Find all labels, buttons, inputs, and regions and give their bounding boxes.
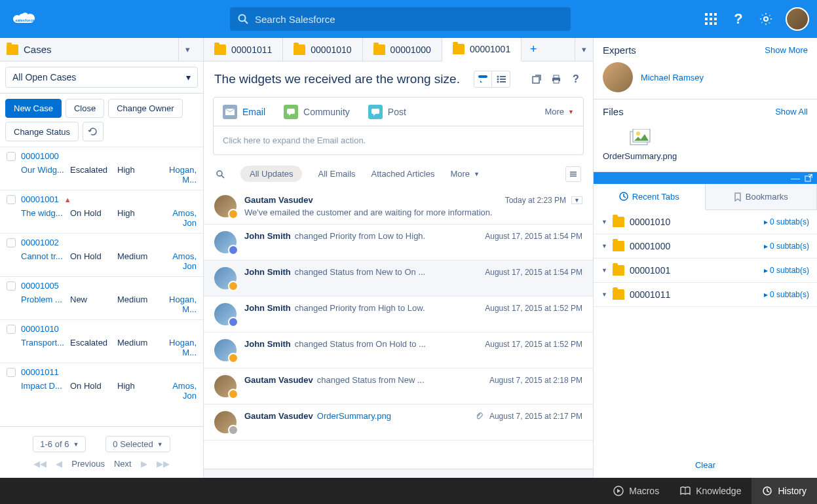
row-checkbox[interactable] (7, 325, 16, 334)
composer-tab-post[interactable]: Post (368, 98, 406, 126)
expert-item[interactable]: Michael Ramsey (603, 62, 808, 92)
salesforce-logo[interactable]: salesforce (8, 7, 42, 31)
clear-button[interactable]: Clear (594, 452, 817, 478)
feed-item[interactable]: John Smith changed Status from On Hold t… (204, 333, 593, 369)
case-row[interactable]: 00001005Problem ...NewMediumHogan, M... (0, 276, 203, 319)
add-tab-button[interactable]: + (522, 38, 545, 61)
case-subject-link[interactable]: Transport... (21, 338, 70, 357)
recent-tab-item[interactable]: ▼00001000▸ 0 subtab(s) (594, 234, 817, 259)
help-icon[interactable]: ? (569, 73, 582, 86)
chevron-down-icon[interactable]: ▼ (601, 267, 607, 274)
case-row[interactable]: 00001010Transport...EscalatedMediumHogan… (0, 319, 203, 363)
composer-tab-email[interactable]: Email (223, 98, 265, 126)
recent-tab-item[interactable]: ▼00001011▸ 0 subtab(s) (594, 283, 817, 307)
feed-settings-icon[interactable] (565, 166, 581, 182)
feed-menu-icon[interactable]: ▼ (571, 196, 582, 204)
change-status-button[interactable]: Change Status (5, 122, 79, 141)
macros-button[interactable]: Macros (603, 478, 670, 504)
feed-user-name[interactable]: John Smith (244, 303, 291, 313)
search-input[interactable] (255, 14, 563, 25)
row-checkbox[interactable] (7, 195, 16, 204)
help-icon[interactable]: ? (731, 11, 746, 27)
chevron-down-icon[interactable]: ▼ (601, 243, 607, 249)
row-checkbox[interactable] (7, 238, 16, 247)
recent-subtabs[interactable]: ▸ 0 subtab(s) (764, 217, 809, 226)
row-checkbox[interactable] (7, 368, 16, 377)
files-show-all[interactable]: Show All (775, 107, 808, 117)
user-avatar[interactable] (786, 7, 809, 31)
workspace-tab[interactable]: 00001010 (283, 38, 362, 61)
case-number[interactable]: 00001011 (21, 367, 59, 377)
list-view-picker[interactable]: All Open Cases ▾ (5, 67, 198, 88)
feed-user-name[interactable]: John Smith (244, 339, 291, 349)
pager-selected[interactable]: 0 Selected▼ (105, 436, 170, 452)
knowledge-button[interactable]: Knowledge (670, 478, 751, 504)
change-owner-button[interactable]: Change Owner (108, 99, 182, 118)
chevron-down-icon[interactable]: ▼ (601, 291, 607, 298)
pager-prev-icon[interactable]: ◀ (56, 459, 62, 469)
case-subject-link[interactable]: The widg... (21, 208, 70, 228)
feed-user-name[interactable]: Gautam Vasudev (244, 375, 313, 385)
filter-more[interactable]: More▼ (450, 169, 480, 179)
case-number[interactable]: 00001000 (21, 151, 59, 161)
case-number[interactable]: 00001010 (21, 324, 59, 334)
refresh-button[interactable] (83, 122, 104, 141)
case-contact-link[interactable]: Hogan, M... (163, 295, 197, 314)
feed-attachment-link[interactable]: OrderSummary.png (317, 411, 391, 421)
recent-subtabs[interactable]: ▸ 0 subtab(s) (764, 242, 809, 251)
filter-all-emails[interactable]: All Emails (318, 169, 355, 179)
global-search[interactable] (230, 7, 571, 31)
feed-item[interactable]: Gautam Vasudev Today at 2:23 PM▼We've em… (204, 189, 593, 225)
case-row[interactable]: 00001001▲The widg...On HoldHighAmos, Jon (0, 190, 203, 233)
feed-user-name[interactable]: Gautam Vasudev (244, 411, 313, 421)
pager-last-icon[interactable]: ▶▶ (157, 459, 170, 469)
detail-view-button[interactable] (492, 71, 510, 88)
tab-recent-tabs[interactable]: Recent Tabs (594, 184, 706, 210)
cases-menu-chevron[interactable]: ▾ (178, 38, 197, 61)
open-new-icon[interactable] (530, 73, 543, 86)
case-contact-link[interactable]: Hogan, M... (163, 165, 197, 185)
filter-attached-articles[interactable]: Attached Articles (371, 169, 435, 179)
feed-item[interactable]: Gautam Vasudev changed Status from New .… (204, 369, 593, 405)
feed-item[interactable]: John Smith changed Priority from High to… (204, 297, 593, 333)
setup-gear-icon[interactable] (758, 11, 774, 27)
feed-view-button[interactable] (474, 71, 492, 88)
chevron-down-icon[interactable]: ▼ (601, 219, 607, 225)
row-checkbox[interactable] (7, 281, 16, 291)
case-number[interactable]: 00001005 (21, 281, 59, 291)
horizontal-scrollbar[interactable] (204, 469, 593, 478)
workspace-tab[interactable]: 00001000 (363, 38, 442, 61)
composer-more[interactable]: More▼ (544, 107, 574, 117)
popout-icon[interactable] (804, 173, 813, 183)
case-subject-link[interactable]: Our Widg... (21, 165, 70, 185)
case-row[interactable]: 00001000Our Widg...EscalatedHighHogan, M… (0, 147, 203, 190)
case-contact-link[interactable]: Amos, Jon (163, 251, 197, 271)
case-row[interactable]: 00001011Impact D...On HoldHighAmos, Jon (0, 363, 203, 406)
recent-tab-item[interactable]: ▼00001001▸ 0 subtab(s) (594, 259, 817, 283)
case-contact-link[interactable]: Hogan, M... (163, 338, 197, 357)
pager-next-icon[interactable]: ▶ (141, 459, 147, 469)
feed-user-name[interactable]: Gautam Vasudev (244, 195, 313, 205)
expert-name[interactable]: Michael Ramsey (641, 73, 704, 82)
feed-item[interactable]: Gautam Vasudev OrderSummary.pngAugust 7,… (204, 405, 593, 441)
tabs-overflow[interactable]: ▾ (575, 38, 593, 61)
feed-item[interactable]: John Smith changed Priority from Low to … (204, 225, 593, 261)
case-row[interactable]: 00001002Cannot tr...On HoldMediumAmos, J… (0, 233, 203, 276)
recent-tab-item[interactable]: ▼00001010▸ 0 subtab(s) (594, 210, 817, 234)
feed-item[interactable]: John Smith changed Status from New to On… (204, 261, 593, 297)
experts-show-more[interactable]: Show More (765, 45, 808, 55)
tab-bookmarks[interactable]: Bookmarks (706, 184, 818, 209)
app-launcher-icon[interactable] (703, 11, 719, 27)
case-number[interactable]: 00001001 (21, 194, 59, 204)
history-button[interactable]: History (751, 478, 817, 504)
close-button[interactable]: Close (66, 99, 104, 118)
workspace-tab[interactable]: 00001001 (442, 38, 522, 62)
composer-expand[interactable]: Click here to expand the Email action. (214, 126, 583, 154)
feed-user-name[interactable]: John Smith (244, 267, 291, 277)
composer-tab-community[interactable]: Community (284, 98, 350, 126)
pager-first-icon[interactable]: ◀◀ (33, 459, 47, 469)
case-number[interactable]: 00001002 (21, 238, 59, 247)
new-case-button[interactable]: New Case (5, 99, 62, 118)
file-item[interactable]: OrderSummary.png (603, 124, 677, 165)
pager-range[interactable]: 1-6 of 6▼ (33, 436, 86, 452)
